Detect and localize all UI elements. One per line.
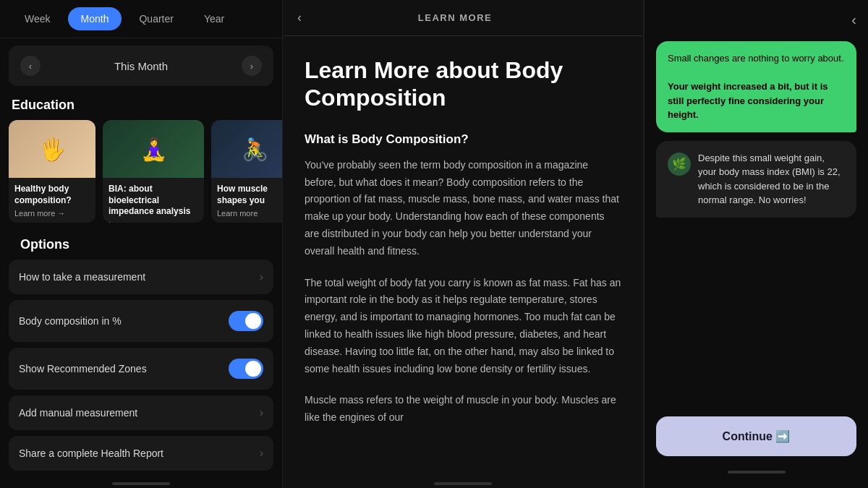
middle-scroll-dot xyxy=(434,482,492,485)
option-body-composition-label: Body composition in % xyxy=(19,315,122,327)
chat-bubble-dark: 🌿 Despite this small weight gain, your b… xyxy=(656,141,856,218)
option-health-report-arrow: › xyxy=(260,447,263,460)
tab-month[interactable]: Month xyxy=(68,7,122,30)
edu-card-3-title: How muscle shapes you xyxy=(217,184,282,206)
back-button[interactable]: ‹ xyxy=(297,10,302,25)
edu-card-1-title: Healthy body composition? xyxy=(14,184,90,206)
left-panel: Week Month Quarter Year ‹ This Month › E… xyxy=(0,0,282,488)
edu-card-3-link[interactable]: Learn more xyxy=(217,209,282,218)
article-section-title: What is Body Composition? xyxy=(305,132,621,147)
chat-green-line2: Your weight increased a bit, but it is s… xyxy=(668,80,845,122)
edu-card-2-image: 🧘‍♀️ xyxy=(103,120,204,178)
tab-year[interactable]: Year xyxy=(191,7,237,30)
month-navigation: ‹ This Month › xyxy=(9,46,273,86)
right-spacer xyxy=(656,226,856,408)
right-scroll-indicator xyxy=(656,465,856,476)
prev-month-button[interactable]: ‹ xyxy=(20,56,41,76)
option-recommended-zones-label: Show Recommended Zones xyxy=(19,363,147,374)
option-recommended-zones[interactable]: Show Recommended Zones xyxy=(9,348,273,390)
option-health-report-label: Share a complete Health Report xyxy=(19,448,163,459)
option-add-measurement-label: Add manual measurement xyxy=(19,407,137,419)
article-header-title: LEARN MORE xyxy=(310,12,600,23)
chat-green-line1: Small changes are nothing to worry about… xyxy=(668,51,845,66)
current-month-label: This Month xyxy=(114,60,168,72)
next-month-button[interactable]: › xyxy=(242,56,262,76)
body-composition-toggle[interactable] xyxy=(229,311,263,331)
options-section: Options How to take a measurement › Body… xyxy=(0,223,282,476)
article-main-title: Learn More about Body Composition xyxy=(305,56,621,112)
scroll-dot xyxy=(112,482,170,485)
tab-quarter[interactable]: Quarter xyxy=(126,7,186,30)
option-measurement-label: How to take a measurement xyxy=(19,271,145,283)
bottom-scroll-indicator xyxy=(0,476,282,488)
edu-card-1-image: 🖐️ xyxy=(9,120,95,178)
middle-scroll-indicator xyxy=(283,476,643,488)
chat-bubble-green: Small changes are nothing to worry about… xyxy=(656,41,856,132)
right-header: ‹ xyxy=(656,12,856,33)
edu-card-3-image: 🚴 xyxy=(211,120,282,178)
edu-card-1[interactable]: 🖐️ Healthy body composition? Learn more … xyxy=(9,120,95,223)
article-paragraph-3: Muscle mass refers to the weight of musc… xyxy=(305,392,621,427)
article-paragraph-2: The total weight of body fat you carry i… xyxy=(305,275,621,378)
option-health-report[interactable]: Share a complete Health Report › xyxy=(9,436,273,471)
edu-card-2[interactable]: 🧘‍♀️ BIA: about bioelectrical impedance … xyxy=(103,120,204,223)
education-title: Education xyxy=(0,93,282,120)
edu-card-2-title: BIA: about bioelectrical impedance analy… xyxy=(109,184,198,218)
article-paragraph-1: You've probably seen the term body compo… xyxy=(305,157,621,260)
continue-button[interactable]: Continue ➡️ xyxy=(656,416,856,456)
middle-panel: ‹ LEARN MORE Learn More about Body Compo… xyxy=(282,0,644,488)
education-cards: 🖐️ Healthy body composition? Learn more … xyxy=(0,120,282,223)
chat-dark-text: Despite this small weight gain, your bod… xyxy=(698,151,845,207)
option-measurement-arrow: › xyxy=(260,270,263,283)
edu-card-3[interactable]: 🚴 How muscle shapes you Learn more xyxy=(211,120,282,223)
option-body-composition[interactable]: Body composition in % xyxy=(9,300,273,342)
recommended-zones-toggle[interactable] xyxy=(229,359,263,379)
article-content: Learn More about Body Composition What i… xyxy=(283,36,643,476)
options-title: Options xyxy=(9,233,273,260)
right-scroll-dot xyxy=(728,471,786,474)
chat-avatar: 🌿 xyxy=(668,153,691,176)
option-add-measurement-arrow: › xyxy=(260,406,263,419)
tab-bar: Week Month Quarter Year xyxy=(0,0,282,38)
edu-card-1-link[interactable]: Learn more → xyxy=(14,209,90,218)
tab-week[interactable]: Week xyxy=(12,7,64,30)
article-header: ‹ LEARN MORE xyxy=(283,0,643,36)
close-button[interactable]: ‹ xyxy=(851,12,856,28)
right-panel: ‹ Small changes are nothing to worry abo… xyxy=(644,0,868,488)
option-add-measurement[interactable]: Add manual measurement › xyxy=(9,395,273,430)
option-measurement[interactable]: How to take a measurement › xyxy=(9,260,273,294)
